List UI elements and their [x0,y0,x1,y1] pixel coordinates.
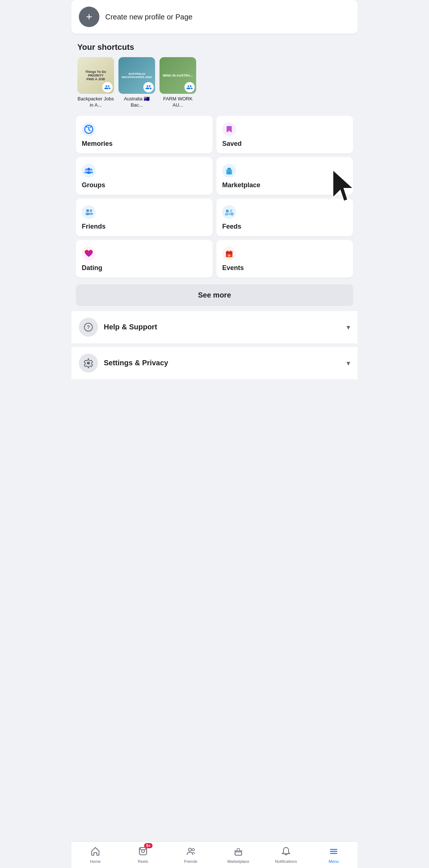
svg-point-7 [84,171,87,173]
shortcut-thumb-3: MING IN AUSTRA... [160,57,196,94]
menu-grid: Memories Saved [72,111,358,283]
feeds-label: Feeds [222,223,347,230]
group-badge-1 [102,82,113,92]
help-support-item[interactable]: ? Help & Support ▾ [72,311,358,343]
svg-point-8 [90,169,92,171]
svg-point-23 [228,213,231,215]
help-chevron-icon: ▾ [346,323,350,332]
settings-icon-wrap [79,354,98,373]
svg-point-16 [85,213,90,215]
saved-icon [222,122,236,136]
svg-rect-22 [230,211,232,212]
menu-card-dating[interactable]: Dating [76,240,213,278]
settings-privacy-item[interactable]: Settings & Privacy ▾ [72,347,358,379]
create-profile-card[interactable]: + Create new profile or Page [72,0,358,34]
shortcuts-section: Your shortcuts Things To DoPRIORITYFIND … [72,38,358,111]
shortcut-thumb-2: AUSTRALIA BACKPACKERS 2022 [118,57,155,94]
svg-rect-25 [226,213,227,215]
menu-card-feeds[interactable]: Feeds [216,199,353,236]
groups-label: Groups [82,181,207,189]
shortcut-item-3[interactable]: MING IN AUSTRA... FARM WORK AU... [160,57,196,108]
settings-privacy-title: Settings & Privacy [104,359,168,367]
dating-icon [82,247,96,261]
group-badge-3 [184,82,195,92]
svg-point-4 [87,168,90,171]
events-icon [222,247,236,261]
settings-chevron-icon: ▾ [346,359,350,367]
menu-card-friends[interactable]: Friends [76,199,213,236]
svg-point-17 [90,209,92,212]
svg-point-9 [90,171,93,173]
help-icon-wrap: ? [79,318,98,337]
shortcuts-title: Your shortcuts [77,43,352,52]
friends-label: Friends [82,223,207,230]
dating-label: Dating [82,264,207,272]
shortcut-item-1[interactable]: Things To DoPRIORITYFIND A JOB Backpacke… [77,57,114,108]
svg-text:?: ? [87,324,90,330]
menu-card-marketplace[interactable]: Marketplace [216,157,353,195]
svg-rect-24 [225,213,226,215]
svg-point-29 [232,214,232,214]
events-label: Events [222,264,347,272]
svg-point-39 [87,362,90,365]
shortcut-label-3: FARM WORK AU... [160,96,196,108]
svg-point-18 [90,213,93,215]
svg-point-15 [86,209,89,212]
svg-rect-33 [226,251,232,254]
shortcut-label-1: Backpacker Jobs in A... [77,96,114,108]
group-badge-2 [143,82,154,92]
create-profile-label: Create new profile or Page [105,13,192,21]
memories-label: Memories [82,140,207,148]
memories-icon [82,122,96,136]
shortcuts-grid: Things To DoPRIORITYFIND A JOB Backpacke… [77,57,352,108]
svg-point-19 [222,205,236,219]
saved-label: Saved [222,140,347,148]
svg-rect-26 [227,213,228,215]
create-profile-icon: + [79,7,99,27]
svg-point-6 [85,169,87,171]
menu-card-groups[interactable]: Groups [76,157,213,195]
shortcut-thumb-1: Things To DoPRIORITYFIND A JOB [77,57,114,94]
shortcut-label-2: Australia 🇦🇺 Bac... [118,96,155,108]
marketplace-icon [222,164,236,178]
svg-point-20 [226,210,229,213]
groups-icon [82,164,96,178]
menu-card-memories[interactable]: Memories [76,116,213,154]
svg-rect-12 [228,171,230,174]
menu-card-saved[interactable]: Saved [216,116,353,154]
svg-rect-21 [230,210,232,211]
feeds-icon [222,205,236,219]
menu-card-events[interactable]: Events [216,240,353,278]
see-more-button[interactable]: See more [76,284,353,306]
shortcut-item-2[interactable]: AUSTRALIA BACKPACKERS 2022 Australia 🇦🇺 … [118,57,155,108]
help-support-title: Help & Support [104,323,157,331]
friends-icon [82,205,96,219]
svg-point-14 [82,205,96,219]
marketplace-label: Marketplace [222,181,347,189]
